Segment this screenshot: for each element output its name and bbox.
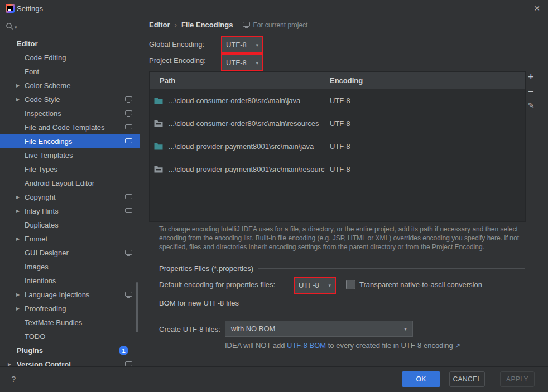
settings-tree: Editor Code Editing Font ▶Color Scheme ▶… — [0, 37, 140, 367]
edit-path-button[interactable]: ✎ — [528, 101, 535, 109]
sidebar-item-font[interactable]: Font — [0, 65, 140, 79]
resources-folder-icon — [154, 120, 163, 127]
help-button[interactable]: ? — [11, 374, 16, 384]
intellij-logo-icon — [6, 4, 15, 13]
bom-mode-select[interactable]: with NO BOM ▾ — [225, 321, 413, 337]
transparent-ascii-label[interactable]: Transparent native-to-ascii conversion — [359, 280, 482, 289]
sidebar-item-label: Android Layout Editor — [25, 179, 94, 187]
screen-icon — [125, 138, 132, 144]
sidebar-item-emmet[interactable]: ▶Emmet — [0, 232, 140, 246]
sidebar-item-file-and-code-templates[interactable]: File and Code Templates — [0, 120, 140, 134]
sidebar-item-inspections[interactable]: Inspections — [0, 107, 140, 120]
ok-button[interactable]: OK — [402, 371, 440, 387]
encoding-help-text: To change encoding IntelliJ IDEA uses fo… — [159, 225, 523, 251]
project-encoding-value: UTF-8 — [226, 59, 247, 67]
sidebar-item-label: Intentions — [25, 277, 56, 285]
bom-section-header: BOM for new UTF-8 files — [159, 299, 525, 307]
table-header: Path Encoding — [150, 72, 525, 89]
sidebar-item-label: Proofreading — [25, 304, 66, 313]
chevron-right-icon[interactable]: ▶ — [16, 209, 20, 214]
breadcrumb-parent[interactable]: Editor — [149, 21, 170, 29]
sidebar-item-plugins[interactable]: Plugins1 — [0, 343, 140, 357]
sidebar-item-inlay-hints[interactable]: ▶Inlay Hints — [0, 204, 140, 218]
table-row[interactable]: ...\cloud-provider-payment8001\src\main\… — [150, 158, 525, 181]
sidebar-item-label: Live Templates — [25, 151, 73, 159]
chevron-down-icon: ▾ — [404, 326, 407, 332]
sidebar-item-proofreading[interactable]: ▶Proofreading — [0, 302, 140, 316]
sidebar-item-editor[interactable]: Editor — [0, 37, 140, 51]
table-row[interactable]: ...\cloud-consumer-order80\src\main\reso… — [150, 112, 525, 135]
path-cell: ...\cloud-consumer-order80\src\main\reso… — [169, 119, 319, 128]
project-scope-indicator: For current project — [243, 21, 307, 29]
sidebar-item-label: TODO — [25, 332, 45, 341]
sidebar-item-label: Copyright — [25, 193, 56, 201]
encoding-cell: UTF-8 — [330, 96, 350, 105]
close-icon[interactable]: ✕ — [533, 4, 540, 13]
properties-encoding-value: UTF-8 — [299, 281, 319, 289]
sidebar-item-code-editing[interactable]: Code Editing — [0, 51, 140, 65]
encoding-cell: UTF-8 — [330, 142, 350, 151]
table-row[interactable]: ...\cloud-consumer-order80\src\main\java… — [150, 89, 525, 112]
sidebar-item-version-control[interactable]: ▶Version Control — [0, 357, 140, 367]
plugins-count-badge: 1 — [119, 346, 128, 355]
path-cell: ...\cloud-provider-payment8001\src\main\… — [169, 142, 314, 151]
chevron-right-icon[interactable]: ▶ — [16, 236, 20, 241]
chevron-right-icon[interactable]: ▶ — [16, 195, 20, 200]
java-source-folder-icon — [154, 97, 163, 104]
chevron-right-icon[interactable]: ▶ — [16, 83, 20, 88]
sidebar-item-label: Duplicates — [25, 221, 59, 229]
sidebar-item-live-templates[interactable]: Live Templates — [0, 148, 140, 162]
chevron-down-icon: ▾ — [15, 25, 17, 30]
transparent-ascii-checkbox[interactable] — [346, 280, 355, 289]
screen-icon — [125, 124, 132, 130]
note-prefix: IDEA will NOT add — [225, 341, 287, 350]
sidebar-item-label: Code Editing — [25, 54, 66, 62]
sidebar-item-images[interactable]: Images — [0, 260, 140, 274]
column-header-path: Path — [150, 76, 175, 85]
add-path-button[interactable]: + — [528, 72, 534, 82]
table-row[interactable]: ...\cloud-provider-payment8001\src\main\… — [150, 135, 525, 158]
sidebar-item-textmate-bundles[interactable]: TextMate Bundles — [0, 316, 140, 330]
settings-search[interactable]: ▾ — [6, 22, 17, 32]
sidebar-item-label: Editor — [17, 40, 38, 48]
remove-path-button[interactable]: − — [528, 86, 534, 96]
sidebar-item-android-layout-editor[interactable]: Android Layout Editor — [0, 176, 140, 190]
sidebar-item-intentions[interactable]: Intentions — [0, 274, 140, 288]
chevron-right-icon[interactable]: ▶ — [16, 292, 20, 297]
global-encoding-select[interactable]: UTF-8 ▾ — [222, 37, 262, 52]
sidebar-item-label: Images — [25, 263, 49, 271]
sidebar-item-file-encodings[interactable]: File Encodings — [0, 134, 140, 148]
note-suffix: to every created file in UTF-8 encoding — [326, 341, 453, 350]
sidebar-item-label: Inspections — [25, 109, 61, 118]
global-encoding-label: Global Encoding: — [149, 40, 204, 49]
sidebar-item-duplicates[interactable]: Duplicates — [0, 218, 140, 232]
utf8-bom-link[interactable]: UTF-8 BOM — [287, 341, 326, 350]
bom-mode-value: with NO BOM — [231, 325, 275, 333]
cancel-button[interactable]: CANCEL — [449, 371, 485, 387]
sidebar-item-gui-designer[interactable]: GUI Designer — [0, 246, 140, 260]
chevron-down-icon: ▾ — [256, 60, 258, 66]
screen-icon — [125, 208, 132, 214]
sidebar-item-todo[interactable]: TODO — [0, 330, 140, 343]
chevron-right-icon[interactable]: ▶ — [16, 97, 20, 102]
sidebar-item-label: File Types — [25, 165, 57, 173]
path-encoding-table: Path Encoding ...\cloud-consumer-order80… — [149, 71, 526, 222]
chevron-right-icon[interactable]: ▶ — [16, 306, 20, 311]
breadcrumb-separator: › — [175, 21, 177, 29]
breadcrumb-current: File Encodings — [181, 21, 233, 29]
apply-button[interactable]: APPLY — [500, 371, 535, 387]
sidebar-item-color-scheme[interactable]: ▶Color Scheme — [0, 79, 140, 93]
sidebar-item-code-style[interactable]: ▶Code Style — [0, 93, 140, 107]
sidebar-item-label: File Encodings — [25, 137, 72, 146]
screen-icon — [125, 110, 132, 117]
sidebar-scrollbar[interactable] — [136, 282, 138, 332]
resources-folder-icon — [154, 166, 163, 173]
project-encoding-select[interactable]: UTF-8 ▾ — [222, 55, 262, 70]
sidebar-item-language-injections[interactable]: ▶Language Injections — [0, 288, 140, 302]
properties-encoding-select[interactable]: UTF-8 ▾ — [295, 278, 335, 293]
sidebar-item-file-types[interactable]: File Types — [0, 162, 140, 176]
encoding-cell: UTF-8 — [330, 119, 350, 128]
annotation-highlight: UTF-8 ▾ — [221, 36, 263, 54]
screen-icon — [125, 96, 132, 103]
sidebar-item-copyright[interactable]: ▶Copyright — [0, 190, 140, 204]
